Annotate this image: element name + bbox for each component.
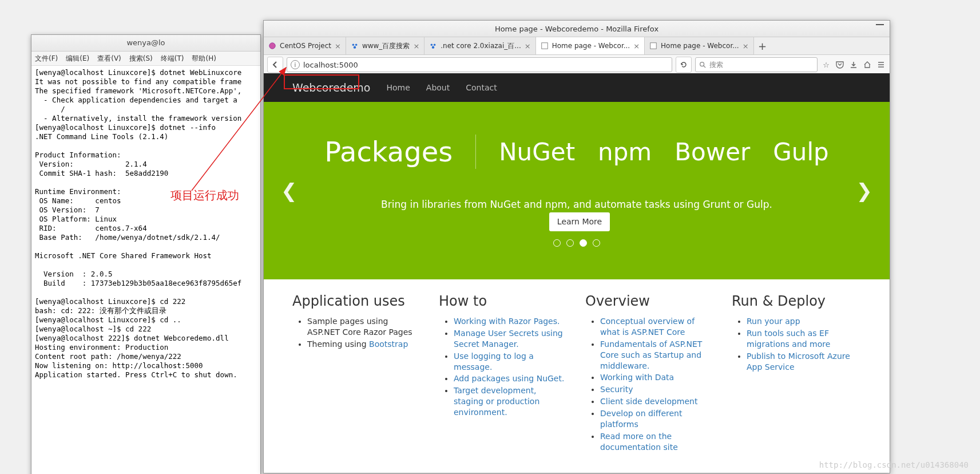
search-input[interactable]: 搜索 <box>695 57 818 72</box>
list-link[interactable]: Manage User Secrets using Secret Manager… <box>454 329 563 349</box>
menu-help[interactable]: 帮助(H) <box>192 54 216 64</box>
favicon-icon <box>649 42 657 50</box>
favicon-icon <box>268 42 276 50</box>
list-link[interactable]: Run your app <box>747 317 800 326</box>
list-link[interactable]: Develop on different platforms <box>600 409 682 429</box>
nav-about[interactable]: About <box>426 83 450 92</box>
carousel-dot-1[interactable] <box>553 239 561 247</box>
learn-more-button[interactable]: Learn More <box>549 212 610 231</box>
column-list: Run your appRun tools such as EF migrati… <box>732 316 861 372</box>
hero-item-bower: Bower <box>675 138 750 166</box>
tab-homepage-2[interactable]: Home page - Webcor... × <box>645 37 753 54</box>
close-icon[interactable]: × <box>525 42 531 50</box>
list-link[interactable]: Working with Data <box>600 373 674 382</box>
menu-search[interactable]: 搜索(S) <box>129 54 153 64</box>
list-link[interactable]: Use logging to log a message. <box>454 351 534 372</box>
list-item: Working with Data <box>600 372 715 383</box>
column-title: Application uses <box>292 293 422 309</box>
carousel-dot-4[interactable] <box>593 239 600 247</box>
list-item: Sample pages using ASP.NET Core Razor Pa… <box>307 316 422 338</box>
pocket-icon[interactable] <box>835 60 845 70</box>
menu-file[interactable]: 文件(F) <box>35 54 58 64</box>
home-icon[interactable] <box>862 60 872 70</box>
hero-item-npm: npm <box>598 138 652 166</box>
svg-point-1 <box>352 44 355 46</box>
list-link[interactable]: Publish to Microsoft Azure App Service <box>747 351 850 372</box>
nav-home[interactable]: Home <box>386 83 410 92</box>
column: OverviewConceptual overview of what is A… <box>585 293 715 454</box>
menu-view[interactable]: 查看(V) <box>97 54 121 64</box>
close-icon[interactable]: × <box>633 42 640 50</box>
tab-baidu[interactable]: www_百度搜索 × <box>346 37 424 54</box>
list-item: Client side development <box>600 396 715 407</box>
info-icon[interactable]: i <box>291 60 300 69</box>
nav-contact[interactable]: Contact <box>466 83 497 92</box>
column-title: Run & Deploy <box>732 293 861 309</box>
close-icon[interactable]: × <box>335 42 341 50</box>
hero-carousel: ❮ ❯ Packages NuGet npm Bower Gulp Bring … <box>264 102 890 279</box>
address-bar: i localhost:5000 搜索 ☆ <box>264 55 890 75</box>
list-item: Manage User Secrets using Secret Manager… <box>454 328 568 350</box>
tab-homepage-active[interactable]: Home page - Webcor... × <box>536 37 645 54</box>
search-icon <box>699 61 706 68</box>
hero-subtitle: Bring in libraries from NuGet and npm, a… <box>371 198 783 231</box>
back-button[interactable] <box>267 57 283 73</box>
list-item: Use logging to log a message. <box>454 351 568 373</box>
tab-label: www_百度搜索 <box>362 41 410 51</box>
carousel-next-button[interactable]: ❯ <box>856 179 873 202</box>
columns: Application usesSample pages using ASP.N… <box>264 279 890 468</box>
divider <box>475 135 476 169</box>
column: Application usesSample pages using ASP.N… <box>292 293 422 454</box>
list-link[interactable]: Client side development <box>600 397 697 406</box>
list-item: Security <box>600 384 715 395</box>
svg-line-10 <box>704 66 705 68</box>
download-icon[interactable] <box>848 60 859 70</box>
list-link[interactable]: Run tools such as EF migrations and more <box>747 329 830 349</box>
list-item: Fundamentals of ASP.NET Core such as Sta… <box>600 339 715 372</box>
list-link[interactable]: Read more on the documentation site <box>600 432 678 452</box>
star-icon[interactable]: ☆ <box>821 60 831 70</box>
svg-point-3 <box>354 46 356 48</box>
column: How toWorking with Razor Pages.Manage Us… <box>439 293 568 454</box>
list-link[interactable]: Conceptual overview of what is ASP.NET C… <box>600 317 695 337</box>
carousel-dots <box>553 239 600 247</box>
tab-centos[interactable]: CentOS Project × <box>264 37 346 54</box>
minimize-button[interactable] <box>876 24 884 25</box>
firefox-window: Home page - Webcoredemo - Mozilla Firefo… <box>263 20 890 473</box>
firefox-titlebar: Home page - Webcoredemo - Mozilla Firefo… <box>264 21 890 37</box>
favicon-icon <box>429 42 437 50</box>
menu-icon[interactable] <box>876 60 886 70</box>
close-icon[interactable]: × <box>413 42 419 50</box>
tab-strip: CentOS Project × www_百度搜索 × .net core 2.… <box>264 37 890 55</box>
terminal-output[interactable]: [wenya@localhost Linuxcore]$ dotnet WebL… <box>31 66 260 382</box>
hero-item-gulp: Gulp <box>773 138 829 166</box>
close-icon[interactable]: × <box>743 42 749 50</box>
column-title: How to <box>439 293 568 309</box>
list-item: Add packages using NuGet. <box>454 373 568 384</box>
list-link[interactable]: Fundamentals of ASP.NET Core such as Sta… <box>600 339 702 370</box>
list-link[interactable]: Security <box>600 385 633 394</box>
page-viewport: Webcoredemo Home About Contact ❮ ❯ Packa… <box>264 73 890 473</box>
column-list: Working with Razor Pages.Manage User Sec… <box>439 316 568 418</box>
url-input[interactable]: i localhost:5000 <box>287 57 672 72</box>
menu-edit[interactable]: 编辑(E) <box>66 54 89 64</box>
new-tab-button[interactable]: + <box>754 37 771 54</box>
hero-title: Packages <box>324 136 453 168</box>
list-link[interactable]: Bootstrap <box>369 339 408 349</box>
terminal-menubar: 文件(F) 编辑(E) 查看(V) 搜索(S) 终端(T) 帮助(H) <box>31 52 260 66</box>
carousel-dot-3-active[interactable] <box>580 239 587 247</box>
svg-rect-7 <box>541 43 547 49</box>
menu-terminal[interactable]: 终端(T) <box>161 54 184 64</box>
column-list: Sample pages using ASP.NET Core Razor Pa… <box>292 316 422 350</box>
list-item: Run your app <box>747 316 861 327</box>
carousel-prev-button[interactable]: ❮ <box>281 179 297 202</box>
list-link[interactable]: Working with Razor Pages. <box>454 317 560 326</box>
carousel-dot-2[interactable] <box>566 239 574 247</box>
brand-label[interactable]: Webcoredemo <box>292 81 370 94</box>
refresh-button[interactable] <box>676 57 692 73</box>
list-link[interactable]: Target development, staging or productio… <box>454 386 539 417</box>
svg-rect-8 <box>650 43 657 49</box>
tab-dotnet[interactable]: .net core 2.0xiazai_百... × <box>424 37 535 54</box>
list-link[interactable]: Add packages using NuGet. <box>454 374 564 383</box>
list-item: Theming using Bootstrap <box>307 339 422 350</box>
